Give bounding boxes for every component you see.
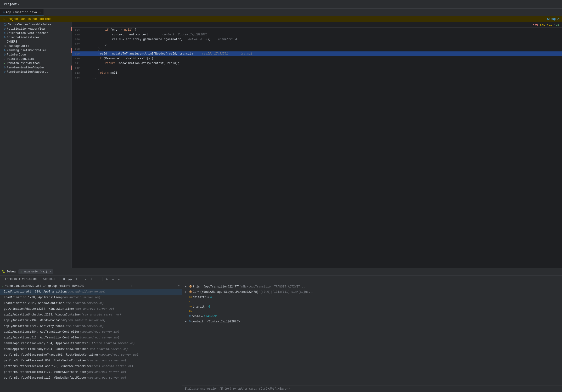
code-token: if [98, 57, 102, 60]
tree-item[interactable]: © PendingInsetsController [0, 48, 71, 53]
setup-link[interactable]: Setup > [547, 17, 559, 21]
resume-button[interactable]: ▶▶ [68, 277, 73, 282]
tree-item-icon: △ [4, 58, 5, 61]
stack-frame-item[interactable]: performSurfacePlacementNoTrace:861, Root… [0, 352, 182, 358]
stack-method: applyAnimation:4226, ActivityRecord [4, 324, 64, 328]
stack-method: performSurfacePlacement:127, WindowSurfa… [4, 370, 87, 374]
step-into-button[interactable]: ↓ [89, 277, 94, 282]
tree-item[interactable]: © RemoteAnimationAdapter [0, 66, 71, 70]
code-token [84, 71, 98, 75]
stack-package: (com.android.server.wm) [95, 341, 135, 346]
edit-button[interactable]: ✏ [110, 277, 116, 282]
stack-frame-item[interactable]: applyAnimation:4226, ActivityRecord (com… [0, 323, 182, 329]
dropdown-icon[interactable]: ▾ [178, 284, 180, 288]
stack-method: applyAnimation:2194, WindowContainer [4, 318, 66, 323]
tab-threads-label: Threads & Variables [5, 278, 38, 281]
code-token: defValue: 0 [187, 38, 207, 41]
tree-item[interactable]: <> package.html [0, 44, 71, 48]
stack-frame-item[interactable]: loadAnimation:2351, WindowContainer (com… [0, 300, 182, 306]
stack-frame-item[interactable]: performSurfacePlacement:127, WindowSurfa… [0, 369, 182, 375]
code-token: (ResourceId.isValid(resId)) { [102, 57, 153, 60]
var-equals: = [204, 320, 206, 324]
stack-frame-item[interactable]: performSurfacePlacement:807, RootWindowC… [0, 358, 182, 364]
line-number: 613 [72, 71, 82, 75]
step-over-button[interactable]: ↗ [82, 277, 88, 282]
stack-frame-item[interactable]: handleAppTransitionReady:184, AppTransit… [0, 341, 182, 346]
tree-item[interactable]: ⓘ NativeVectorDrawableAnima... [0, 22, 71, 27]
weak-warning-count[interactable]: △ 12 [547, 23, 552, 26]
tree-item[interactable]: ⊕ RemotableViewMethod [0, 61, 71, 66]
var-expand-icon[interactable]: ▶ [185, 320, 188, 324]
stack-package: (com.android.server.wm) [66, 318, 105, 323]
line-content: } [82, 47, 562, 51]
variable-item[interactable]: ▶ © context = {ContextImpl@22876} [182, 319, 562, 324]
more-button[interactable]: ⋯ [116, 277, 122, 282]
mute-button[interactable]: ⊘ [104, 277, 110, 282]
variable-item[interactable]: ▶ 📦 lp = {WindowManager$LayoutParams@224… [182, 289, 562, 295]
debug-top-bar: 🐛 Debug ☕ Java Only (481) ✕ [0, 268, 562, 276]
warning-count[interactable]: ▲ 69 [540, 23, 546, 26]
code-line: 612 } [72, 66, 562, 71]
stack-package: (com.android.server.wm) [74, 307, 114, 311]
tree-item[interactable]: © NotificationHeaderView [0, 27, 71, 31]
stack-frame-item[interactable]: loadAnimationAttr:609, AppTransition (co… [0, 289, 182, 295]
tree-item-name: NativeVectorDrawableAnima... [8, 23, 56, 26]
stack-package: (com.android.server.wm) [87, 358, 126, 363]
tree-item[interactable]: © OrientationListener [0, 35, 71, 40]
session-close-icon[interactable]: ✕ [49, 270, 51, 273]
tree-item[interactable]: © PointerIcon [0, 53, 71, 57]
filter-icon[interactable]: ⊤ [130, 284, 132, 288]
code-token: ) { [131, 28, 136, 32]
stack-package: (com.android.server.wm) [80, 336, 119, 340]
tab-close-icon[interactable]: ✕ [39, 11, 41, 14]
code-editor[interactable]: ● 95 ▲ 69 △ 12 ✓ 21 604 if (ent != null)… [72, 22, 562, 268]
var-expand-icon[interactable]: ▶ [185, 290, 188, 294]
stack-frame-item[interactable]: loadAnimation:1770, AppTransition (com.a… [0, 295, 182, 300]
tab-apptransition[interactable]: ☉ AppTransition.java ✕ [0, 9, 44, 16]
stack-package: (com.android.server.wm) [93, 364, 133, 369]
error-count[interactable]: ● 95 [533, 23, 539, 26]
debug-text: Debug [7, 270, 16, 273]
var-type-icon: 1001 [189, 295, 192, 304]
line-number: 607 [72, 42, 82, 47]
variable-item[interactable]: © resId = 17432591 [182, 314, 562, 319]
line-content: } [82, 42, 562, 47]
eval-input[interactable]: Evaluate expression (Enter) or add a wat… [182, 386, 562, 392]
var-expand-icon[interactable]: ▶ [185, 285, 188, 289]
tree-item[interactable]: © OrientationEventListener [0, 31, 71, 35]
stack-frame-item[interactable]: performSurfacePlacement:116, WindowSurfa… [0, 375, 182, 381]
tree-item[interactable]: △ PointerIcon.aidl [0, 57, 71, 61]
debug-session[interactable]: ☕ Java Only (481) ✕ [18, 269, 53, 274]
stop-button[interactable]: ■ [61, 277, 67, 282]
variables-panel: ▶ 📦 this = {AppTransition@22477} "mNextA… [182, 283, 562, 392]
var-hint: "mNextAppTransition=TRANSIT_ACTIVIT... [240, 285, 305, 289]
pause-button[interactable]: ⏸ [74, 277, 80, 282]
stack-frame-item[interactable]: applyAnimation:2194, WindowContainer (co… [0, 318, 182, 323]
tree-item-icon: ⓘ [4, 23, 6, 26]
stack-method: performSurfacePlacement:116, WindowSurfa… [4, 376, 87, 380]
stack-frame-item[interactable]: applyAnimations:516, AppTransitionContro… [0, 335, 182, 341]
tab-console[interactable]: Console [40, 277, 58, 282]
stack-frame-item[interactable]: getAnimationAdapter:2264, WindowContaine… [0, 306, 182, 312]
stack-frame-item[interactable]: applyAnimationUnchecked:2293, WindowCont… [0, 312, 182, 318]
tab-threads-variables[interactable]: Threads & Variables [2, 277, 40, 282]
stack-frame-item[interactable]: checkAppTransitionReady:1024, RootWindow… [0, 346, 182, 352]
tree-item-icon: © [4, 71, 5, 73]
ok-count[interactable]: ✓ 21 [554, 23, 559, 26]
tree-item-name: PointerIcon.aidl [7, 57, 35, 61]
variable-item[interactable]: 1001 transit = 6 [182, 304, 562, 314]
stack-method: loadAnimationAttr:609, AppTransition [4, 290, 66, 294]
tree-item[interactable]: © RemoteAnimationAdapter... [0, 70, 71, 74]
var-value: {WindowManager$LayoutParams@22478} [200, 290, 259, 294]
stack-package: (com.android.server.wm) [87, 370, 126, 374]
stack-frame-item[interactable]: performSurfacePlacementLoop:178, WindowS… [0, 364, 182, 369]
variable-item[interactable]: ▶ 📦 this = {AppTransition@22477} "mNextA… [182, 284, 562, 289]
variable-item[interactable]: 1001 animAttr = 4 [182, 295, 562, 304]
code-token: } [84, 43, 107, 46]
step-out-button[interactable]: ↑ [95, 277, 101, 282]
tree-item-icon: <> [4, 45, 7, 48]
tree-item[interactable]: ≡ OWNERS [0, 40, 71, 44]
stack-frame-item[interactable]: applyAnimations:384, AppTransitionContro… [0, 329, 182, 335]
code-line: 614 ... [72, 75, 562, 80]
project-label[interactable]: Project ▾ [2, 1, 21, 7]
